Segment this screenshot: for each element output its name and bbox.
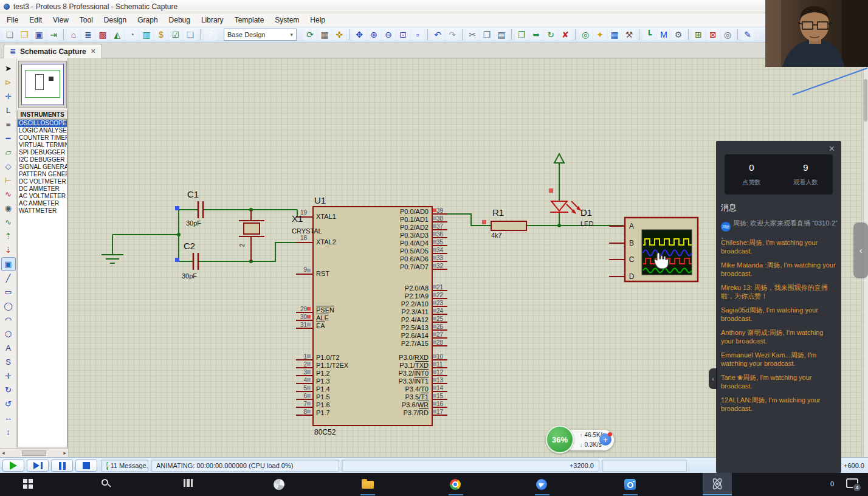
remove-sheet-icon[interactable]: ⊠: [706, 29, 720, 41]
u1-value[interactable]: 80C52: [314, 428, 336, 436]
origin-icon[interactable]: ✜: [332, 29, 346, 41]
net-speed-monitor[interactable]: 36% ↑ 46.5K/s ↓ 0.3K/s +: [546, 425, 618, 456]
3d-visualizer-icon[interactable]: ◭: [111, 29, 124, 41]
c1-value[interactable]: 30pF: [186, 219, 201, 227]
design-explorer-icon[interactable]: ▥: [140, 29, 153, 41]
scroll-right-icon[interactable]: ▸: [63, 450, 66, 456]
taskbar-camera-app[interactable]: [624, 479, 636, 490]
play-button[interactable]: [2, 460, 24, 472]
device-pin-icon[interactable]: ⊢: [2, 174, 15, 187]
mirror-x-icon[interactable]: ↔: [2, 412, 15, 424]
tab-schematic-capture[interactable]: ≣ Schematic Capture ✕: [4, 44, 102, 58]
tape-recorder-icon[interactable]: ◉: [2, 202, 15, 215]
menu-item[interactable]: Library: [196, 14, 229, 26]
memory-percent-badge[interactable]: 36%: [546, 425, 574, 453]
r1-ref[interactable]: R1: [492, 207, 504, 218]
text-script-icon[interactable]: ≡: [2, 118, 15, 131]
cut-icon[interactable]: ✂: [466, 29, 479, 41]
instrument-item[interactable]: AC VOLTMETER: [18, 193, 67, 200]
stream-side-tab[interactable]: ‹: [853, 222, 868, 278]
search-tag-icon[interactable]: M: [657, 29, 670, 41]
2d-path-icon[interactable]: ⬡: [2, 328, 15, 340]
tab-close-icon[interactable]: ✕: [91, 47, 96, 55]
rotate-cw-icon[interactable]: ↻: [2, 384, 15, 396]
block-copy-icon[interactable]: ❐: [515, 29, 528, 41]
selection-mode-icon[interactable]: ➤: [2, 62, 15, 75]
packaging-tool-icon[interactable]: ▦: [608, 29, 621, 41]
webcam-video[interactable]: [765, 0, 868, 67]
menu-item[interactable]: File: [1, 14, 24, 26]
paste-icon[interactable]: ▤: [495, 29, 508, 41]
make-device-icon[interactable]: ✦: [593, 29, 607, 41]
design-selector[interactable]: Base Design ▾: [224, 29, 297, 41]
scrollbar-thumb[interactable]: [22, 450, 46, 456]
component-mode-icon[interactable]: ⊳: [2, 76, 15, 89]
2d-symbol-icon[interactable]: S: [2, 356, 15, 368]
pcb-layout-icon[interactable]: ▩: [96, 29, 109, 41]
mirror-y-icon[interactable]: ↕: [2, 425, 15, 438]
block-rotate-icon[interactable]: ↻: [544, 29, 557, 41]
c2-ref[interactable]: C2: [184, 241, 195, 251]
close-icon[interactable]: ✕: [828, 144, 835, 153]
2d-arc-icon[interactable]: ◠: [2, 314, 15, 326]
new-sheet-icon[interactable]: ⊞: [692, 29, 705, 41]
virtual-instruments-icon[interactable]: ▣: [2, 258, 15, 270]
zoom-out-icon[interactable]: ⊖: [382, 29, 395, 41]
schematic-capture-icon[interactable]: ≣: [81, 29, 95, 41]
task-view-button[interactable]: [184, 479, 193, 487]
instrument-item[interactable]: VIRTUAL TERMIN: [18, 142, 67, 149]
decompose-icon[interactable]: ⚒: [622, 29, 636, 41]
vscrollbar-thumb[interactable]: [864, 79, 867, 122]
r1-value[interactable]: 4k7: [491, 232, 502, 239]
pick-parts-icon[interactable]: ◎: [579, 29, 592, 41]
instrument-item[interactable]: COUNTER TIMER: [18, 134, 67, 142]
stop-button[interactable]: [75, 460, 97, 472]
instrument-item[interactable]: OSCILLOSCOPE: [18, 120, 67, 127]
chat-collapse-handle[interactable]: ‹: [709, 368, 717, 389]
zoom-extents-icon[interactable]: ⊡: [396, 29, 410, 41]
redraw-icon[interactable]: ⟳: [303, 29, 317, 41]
menu-item[interactable]: Help: [305, 14, 331, 26]
zoom-area-icon[interactable]: ▫: [411, 29, 424, 41]
taskbar-file-explorer[interactable]: [362, 479, 374, 489]
subcircuit-mode-icon[interactable]: ▱: [2, 146, 15, 159]
menu-item[interactable]: System: [269, 14, 305, 26]
redo-icon[interactable]: ↷: [446, 29, 459, 41]
menu-item[interactable]: Design: [98, 14, 132, 26]
help-icon[interactable]: ?: [204, 29, 217, 41]
taskbar-proteus-active[interactable]: [703, 473, 732, 495]
taskbar-quark-browser[interactable]: [536, 479, 547, 490]
pan-icon[interactable]: ✥: [353, 29, 366, 41]
junction-dot-icon[interactable]: ✛: [2, 90, 15, 103]
pause-button[interactable]: [51, 460, 73, 472]
instrument-item[interactable]: PATTERN GENER: [18, 171, 67, 178]
instrument-item[interactable]: SIGNAL GENERAT: [18, 164, 67, 171]
start-button[interactable]: [23, 479, 27, 483]
voltage-probe-icon[interactable]: ⇡: [2, 230, 15, 243]
rotate-ccw-icon[interactable]: ↺: [2, 398, 15, 410]
step-button[interactable]: [27, 460, 49, 472]
menu-item[interactable]: Template: [229, 14, 270, 26]
instrument-item[interactable]: WATTMETER: [18, 207, 67, 215]
message-counter[interactable]: i 11 Message...: [101, 460, 148, 472]
instrument-item[interactable]: LOGIC ANALYSER: [18, 127, 67, 134]
bill-of-materials-icon[interactable]: $: [154, 29, 168, 41]
taskbar-360-browser[interactable]: [274, 479, 284, 490]
menu-item[interactable]: Edit: [24, 14, 47, 26]
instrument-item[interactable]: DC AMMETER: [18, 185, 67, 193]
save-project-icon[interactable]: ▣: [32, 29, 46, 41]
taskbar-chrome[interactable]: [450, 479, 461, 490]
wire-label-icon[interactable]: L: [2, 104, 15, 117]
close-project-icon[interactable]: ⇥: [47, 29, 60, 41]
menu-item[interactable]: Graph: [132, 14, 163, 26]
2d-text-icon[interactable]: A: [2, 342, 15, 354]
left-panel-scrollbar[interactable]: ◂▸: [0, 448, 68, 457]
overview-minimap[interactable]: [18, 61, 67, 108]
new-project-icon[interactable]: ❏: [3, 29, 16, 41]
property-assignment-icon[interactable]: ⚙: [672, 29, 685, 41]
menu-item[interactable]: Debug: [164, 14, 196, 26]
instrument-item[interactable]: DC VOLTMETER: [18, 178, 67, 185]
generator-mode-icon[interactable]: ∿: [2, 216, 15, 229]
design-notes-icon[interactable]: ✎: [741, 29, 754, 41]
u1-ref[interactable]: U1: [314, 195, 326, 205]
